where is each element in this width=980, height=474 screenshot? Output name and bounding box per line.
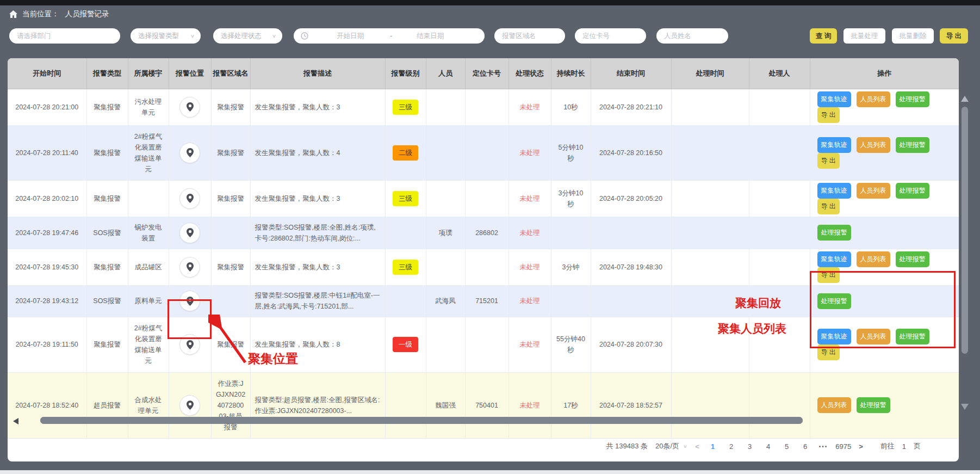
table-row: 2024-07-28 20:02:10聚集报警聚集报警发生聚集报警，聚集人数：3… [8, 180, 959, 217]
list-action-button[interactable]: 人员列表 [857, 183, 890, 199]
column-header-6: 报警级别 [385, 58, 426, 89]
cell-start-time: 2024-07-28 20:21:00 [8, 89, 86, 125]
location-pin-button[interactable] [179, 143, 200, 163]
handle-action-button[interactable]: 处理报警 [896, 251, 929, 267]
goto-page-input[interactable]: 1 [902, 442, 906, 451]
pages-ellipsis[interactable]: ••• [819, 444, 828, 450]
department-input[interactable] [9, 28, 120, 44]
handle-action-button[interactable]: 处理报警 [896, 183, 929, 199]
track-action-button[interactable]: 聚集轨迹 [817, 91, 851, 107]
cell-process-time [671, 249, 749, 285]
batch-delete-button[interactable]: 批量删除 [892, 28, 934, 44]
cell-person [426, 180, 465, 217]
page-button-5[interactable]: 5 [781, 442, 793, 451]
handle-action-button[interactable]: 处理报警 [896, 137, 929, 153]
cell-alarm-type: SOS报警 [86, 217, 128, 249]
cell-end-time: 2024-07-28 20:21:10 [591, 89, 671, 125]
cell-card-number: 750401 [465, 372, 508, 438]
alarm-type-select[interactable]: 选择报警类型 ∨ [131, 28, 201, 44]
cell-person [426, 317, 465, 372]
page-button-4[interactable]: 4 [762, 442, 774, 451]
last-page-button[interactable]: 6975 [835, 442, 851, 451]
cell-duration: 55分钟40秒 [551, 317, 591, 372]
column-header-4: 报警区域名 [211, 58, 250, 89]
cell-process-time [671, 217, 749, 249]
batch-process-button[interactable]: 批量处理 [843, 28, 885, 44]
level-badge: 一级 [393, 337, 418, 352]
cell-alarm-position [169, 89, 211, 125]
person-name-input[interactable] [656, 28, 728, 44]
cell-alarm-description: 报警类型:SOS报警,楼层:中钰1#配电室-一层,姓名:武海凤,卡号:71520… [250, 285, 385, 317]
annotation-box-actions [810, 271, 956, 348]
cell-alarm-description: 发生聚集报警，聚集人数：3 [250, 249, 385, 285]
end-date-placeholder[interactable]: 结束日期 [417, 32, 444, 41]
annotation-alarm-position-label: 聚集位置 [248, 350, 298, 367]
location-pin-button[interactable] [179, 97, 200, 118]
cell-duration: 10秒 [551, 89, 591, 125]
table-panel: 开始时间报警类型所属楼宇报警位置报警区域名报警描述报警级别人员定位卡号处理状态持… [8, 58, 959, 461]
cell-building: 污水处理单元 [128, 89, 169, 125]
page-button-6[interactable]: 6 [799, 442, 811, 451]
cell-card-number [465, 249, 508, 285]
location-pin-button[interactable] [179, 188, 200, 209]
handle-action-button[interactable]: 处理报警 [857, 397, 890, 413]
page-size-value: 20条/页 [655, 441, 679, 451]
location-pin-button[interactable] [179, 395, 200, 416]
next-page-button[interactable]: > [859, 442, 863, 451]
cell-alarm-level [385, 217, 426, 249]
page-button-2[interactable]: 2 [725, 442, 737, 451]
cell-duration: 5分钟10秒 [551, 125, 591, 180]
cell-card-number [465, 317, 508, 372]
cell-end-time: 2024-07-28 18:52:57 [591, 372, 671, 438]
cell-start-time: 2024-07-28 19:11:50 [8, 317, 86, 372]
query-button[interactable]: 查 询 [810, 28, 837, 44]
export-action-button[interactable]: 导 出 [817, 107, 840, 123]
vscroll-down-arrow[interactable] [961, 404, 969, 410]
hscroll-left-arrow[interactable] [13, 418, 18, 424]
start-date-placeholder[interactable]: 开始日期 [337, 32, 364, 41]
cell-alarm-type: SOS报警 [86, 285, 128, 317]
cell-alarm-type: 超员报警 [86, 372, 128, 438]
column-header-7: 人员 [426, 58, 465, 89]
prev-page-button[interactable]: < [695, 442, 699, 451]
cell-alarm-position [169, 372, 211, 438]
column-header-9: 处理状态 [508, 58, 551, 89]
cell-start-time: 2024-07-28 20:02:10 [8, 180, 86, 217]
column-header-3: 报警位置 [169, 58, 211, 89]
cell-duration: 3分钟10秒 [551, 180, 591, 217]
handle-action-button[interactable]: 处理报警 [817, 225, 851, 241]
page-button-1[interactable]: 1 [707, 442, 719, 451]
track-action-button[interactable]: 聚集轨迹 [817, 183, 851, 199]
list-action-button[interactable]: 人员列表 [857, 91, 890, 107]
list-action-button[interactable]: 人员列表 [857, 251, 890, 267]
page-size-select[interactable]: 20条/页 ∨ [655, 441, 687, 451]
cell-alarm-area: 作业票:JGJXN202407280003-超员报警 [211, 372, 250, 438]
export-button[interactable]: 导 出 [940, 28, 968, 44]
export-action-button[interactable]: 导 出 [817, 153, 840, 169]
chevron-down-icon: ∨ [190, 33, 195, 39]
track-action-button[interactable]: 聚集轨迹 [817, 251, 851, 267]
date-range-picker[interactable]: 开始日期 - 结束日期 [294, 28, 485, 44]
cell-process-time [671, 372, 749, 438]
alarm-area-input[interactable] [494, 28, 565, 44]
card-number-input[interactable] [575, 28, 646, 44]
list-action-button[interactable]: 人员列表 [857, 137, 890, 153]
cell-alarm-level: 二级 [385, 125, 426, 180]
list-action-button[interactable]: 人员列表 [817, 397, 851, 413]
cell-card-number [465, 180, 508, 217]
location-pin-button[interactable] [179, 223, 200, 243]
vertical-scrollbar-thumb[interactable] [962, 107, 968, 354]
track-action-button[interactable]: 聚集轨迹 [817, 137, 851, 153]
vscroll-up-arrow[interactable] [961, 96, 969, 102]
export-action-button[interactable]: 导 出 [817, 199, 840, 214]
annotation-replay-label: 聚集回放 [735, 296, 781, 311]
cell-process-status: 未处理 [508, 217, 551, 249]
cell-alarm-description: 发生聚集报警，聚集人数：3 [250, 89, 385, 125]
page-button-3[interactable]: 3 [744, 442, 756, 451]
column-header-1: 报警类型 [86, 58, 128, 89]
process-status-select[interactable]: 选择处理状态 ∨ [213, 28, 282, 44]
location-pin-button[interactable] [179, 257, 200, 278]
goto-suffix: 页 [914, 441, 921, 451]
handle-action-button[interactable]: 处理报警 [896, 91, 929, 107]
horizontal-scrollbar-thumb[interactable] [40, 417, 803, 424]
